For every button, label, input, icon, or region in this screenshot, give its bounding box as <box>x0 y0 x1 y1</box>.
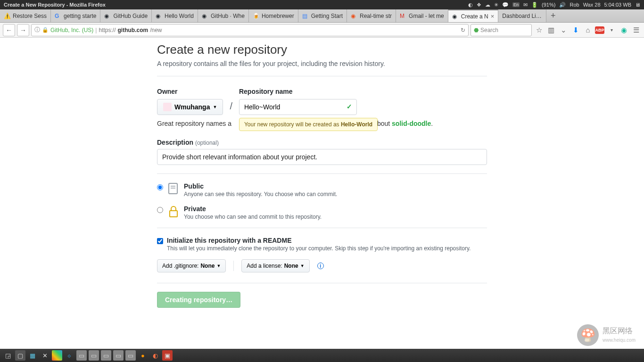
tab-docs[interactable]: ▤Getting Start <box>298 9 347 22</box>
license-select[interactable]: Add a license: None ▼ <box>241 259 309 272</box>
info-icon[interactable]: ⓘ <box>34 26 40 34</box>
tab-gmail[interactable]: MGmail - let me <box>396 9 448 22</box>
repo-name-input[interactable] <box>239 99 357 115</box>
divider <box>157 228 487 228</box>
description-label: Description (optional) <box>157 139 487 146</box>
page-subtitle: A repository contains all the files for … <box>157 60 487 67</box>
tools-icon[interactable]: ✕ <box>40 350 50 361</box>
readme-title: Initialize this repository with a README <box>167 237 291 244</box>
extension-icon[interactable]: ◉ <box>619 25 629 35</box>
user-name[interactable]: Rob <box>570 2 579 8</box>
display-icon[interactable]: 🖥 <box>635 2 640 8</box>
tab-ubuntu[interactable]: ◉Real-time str <box>347 9 396 22</box>
gitignore-select[interactable]: Add .gitignore: None ▼ <box>157 259 226 272</box>
suggestion-link[interactable]: solid-doodle <box>392 120 431 127</box>
tray-icon[interactable]: ◐ <box>468 2 473 8</box>
chevron-down-icon[interactable]: ▾ <box>606 25 617 35</box>
os-menubar: Create a New Repository - Mozilla Firefo… <box>0 0 644 9</box>
browser-tabstrip: ⚠️Restore Sess Ggetting starte ◉GitHub G… <box>0 9 644 23</box>
app-icon[interactable]: ◐ <box>150 350 160 361</box>
site-identity: GitHub, Inc. (US) <box>50 27 93 33</box>
tray-icon[interactable]: 💬 <box>502 2 509 8</box>
repo-icon <box>168 182 179 196</box>
pocket-icon[interactable]: ⌄ <box>558 25 569 35</box>
app-icon[interactable]: ▣ <box>162 350 173 361</box>
workspace-icon[interactable] <box>52 350 62 361</box>
adblock-icon[interactable]: ABP <box>595 26 604 34</box>
avatar-icon <box>163 103 172 111</box>
system-tray: ◐ ❖ ☁ ✳ 💬 En ✉ 🔋 (91%) 🔊 Rob Wax 28 5:04… <box>468 2 640 8</box>
homebrew-icon: 🍺 <box>253 13 259 19</box>
os-taskbar: ◲ ▢ ▦ ✕ ⟐ ▭ ▭ ▭ ▭ ▭ ● ◐ ▣ <box>0 349 644 362</box>
date: Wax 28 <box>583 2 601 8</box>
forward-button[interactable]: → <box>17 24 29 36</box>
battery-icon[interactable]: 🔋 <box>531 2 538 8</box>
firefox-icon[interactable]: ● <box>138 350 148 361</box>
back-button[interactable]: ← <box>3 24 15 36</box>
tab-create-repo[interactable]: ◉Create a N× <box>448 9 499 22</box>
tray-icon[interactable]: En <box>512 2 520 7</box>
github-icon: ◉ <box>156 13 162 19</box>
svg-rect-3 <box>170 211 177 217</box>
battery-text: (91%) <box>542 2 555 8</box>
bookmark-star-icon[interactable]: ☆ <box>534 25 544 35</box>
public-sub: Anyone can see this repository. You choo… <box>184 191 337 197</box>
private-radio[interactable] <box>157 207 163 213</box>
menu-icon[interactable]: ☰ <box>631 25 641 35</box>
tray-icon[interactable]: ✉ <box>523 2 528 8</box>
tray-icon[interactable]: ❖ <box>477 2 481 8</box>
public-title: Public <box>184 182 204 190</box>
tab-getting-started[interactable]: Ggetting starte <box>51 9 100 22</box>
divider <box>157 283 487 283</box>
tab-homebrew[interactable]: 🍺Homebrewer <box>249 9 298 22</box>
downloads-icon[interactable]: ⬇ <box>570 25 581 35</box>
private-title: Private <box>184 205 206 213</box>
divider <box>157 173 487 174</box>
warning-icon: ⚠️ <box>4 13 10 19</box>
drive-icon[interactable]: ▭ <box>76 350 87 361</box>
search-engine-icon: ⬣ <box>474 27 479 33</box>
divider <box>233 261 234 271</box>
github-icon: ◉ <box>202 13 208 19</box>
repo-name-label: Repository name <box>239 88 357 95</box>
tab-github-where[interactable]: ◉GitHub · Whe <box>198 9 249 22</box>
library-icon[interactable]: ▥ <box>546 25 556 35</box>
new-tab-button[interactable]: + <box>546 9 560 22</box>
vscode-icon[interactable]: ⟐ <box>64 350 74 361</box>
lock-icon <box>168 205 179 218</box>
close-icon[interactable]: × <box>491 13 495 20</box>
tab-dashboard[interactable]: Dashboard Linux <box>498 9 546 22</box>
svg-rect-0 <box>169 183 177 194</box>
show-desktop-icon[interactable]: ◲ <box>3 350 13 361</box>
app-icon[interactable]: ▦ <box>27 350 38 361</box>
check-icon: ✓ <box>347 103 352 110</box>
home-icon[interactable]: ⌂ <box>583 25 593 35</box>
drive-icon[interactable]: ▭ <box>113 350 124 361</box>
drive-icon[interactable]: ▭ <box>89 350 99 361</box>
info-icon[interactable]: i <box>317 263 324 269</box>
reload-icon[interactable]: ↻ <box>461 27 465 33</box>
gmail-icon: M <box>400 13 406 19</box>
readme-sub: This will let you immediately clone the … <box>167 245 471 252</box>
github-icon: ◉ <box>104 13 111 19</box>
description-input[interactable] <box>157 149 487 165</box>
volume-icon[interactable]: 🔊 <box>559 2 566 8</box>
tray-icon[interactable]: ☁ <box>485 2 490 8</box>
tab-github-guide[interactable]: ◉GitHub Guide <box>100 9 152 22</box>
drive-icon[interactable]: ▭ <box>125 350 136 361</box>
tab-restore[interactable]: ⚠️Restore Sess <box>0 9 51 22</box>
address-bar[interactable]: ⓘ 🔒 GitHub, Inc. (US) | https://github.c… <box>31 24 469 36</box>
tray-icon[interactable]: ✳ <box>494 2 498 8</box>
search-input[interactable]: ⬣Search <box>471 24 532 36</box>
owner-select[interactable]: Wmuhanga ▼ <box>157 99 223 115</box>
files-icon[interactable]: ▢ <box>15 350 25 361</box>
public-radio[interactable] <box>157 184 163 190</box>
google-icon: G <box>55 13 61 19</box>
lock-icon: 🔒 <box>42 27 49 33</box>
drive-icon[interactable]: ▭ <box>101 350 111 361</box>
readme-checkbox[interactable] <box>157 238 163 244</box>
tab-hello-world[interactable]: ◉Hello World <box>152 9 198 22</box>
private-sub: You choose who can see and commit to thi… <box>184 214 322 220</box>
create-repository-button[interactable]: Creating repository… <box>157 292 240 308</box>
page-content: Create a new repository A repository con… <box>0 38 644 349</box>
